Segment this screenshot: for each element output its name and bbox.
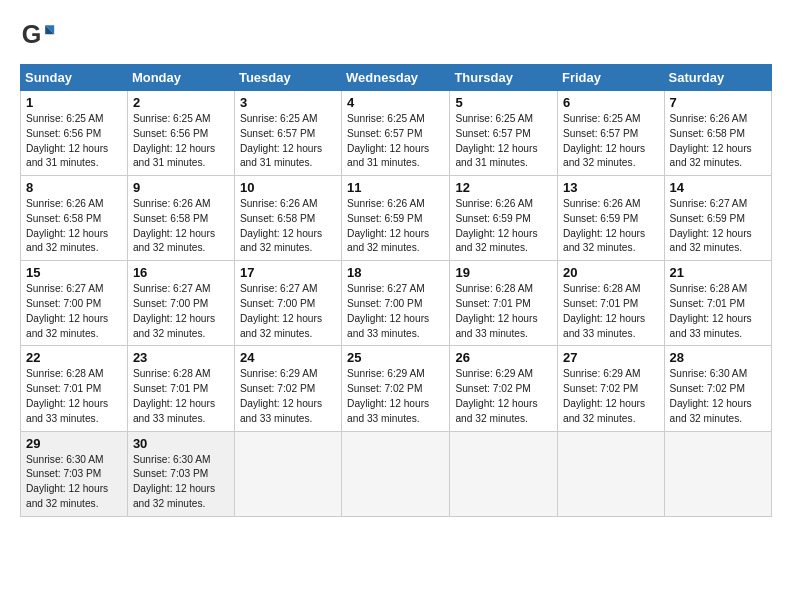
calendar-cell: 27Sunrise: 6:29 AMSunset: 7:02 PMDayligh… bbox=[557, 346, 664, 431]
week-row-3: 15Sunrise: 6:27 AMSunset: 7:00 PMDayligh… bbox=[21, 261, 772, 346]
day-number: 5 bbox=[455, 95, 552, 110]
day-info: Sunrise: 6:26 AMSunset: 6:58 PMDaylight:… bbox=[670, 112, 766, 171]
day-info: Sunrise: 6:25 AMSunset: 6:57 PMDaylight:… bbox=[455, 112, 552, 171]
day-info: Sunrise: 6:27 AMSunset: 6:59 PMDaylight:… bbox=[670, 197, 766, 256]
day-number: 2 bbox=[133, 95, 229, 110]
calendar-cell: 26Sunrise: 6:29 AMSunset: 7:02 PMDayligh… bbox=[450, 346, 558, 431]
col-tuesday: Tuesday bbox=[234, 65, 341, 91]
day-info: Sunrise: 6:26 AMSunset: 6:58 PMDaylight:… bbox=[26, 197, 122, 256]
calendar-cell: 10Sunrise: 6:26 AMSunset: 6:58 PMDayligh… bbox=[234, 176, 341, 261]
calendar-header-row: Sunday Monday Tuesday Wednesday Thursday… bbox=[21, 65, 772, 91]
day-info: Sunrise: 6:30 AMSunset: 7:03 PMDaylight:… bbox=[26, 453, 122, 512]
day-number: 20 bbox=[563, 265, 659, 280]
calendar-cell: 19Sunrise: 6:28 AMSunset: 7:01 PMDayligh… bbox=[450, 261, 558, 346]
calendar: Sunday Monday Tuesday Wednesday Thursday… bbox=[20, 64, 772, 517]
day-info: Sunrise: 6:29 AMSunset: 7:02 PMDaylight:… bbox=[563, 367, 659, 426]
day-info: Sunrise: 6:26 AMSunset: 6:58 PMDaylight:… bbox=[240, 197, 336, 256]
calendar-cell: 4Sunrise: 6:25 AMSunset: 6:57 PMDaylight… bbox=[342, 91, 450, 176]
day-number: 24 bbox=[240, 350, 336, 365]
day-info: Sunrise: 6:29 AMSunset: 7:02 PMDaylight:… bbox=[347, 367, 444, 426]
calendar-cell: 15Sunrise: 6:27 AMSunset: 7:00 PMDayligh… bbox=[21, 261, 128, 346]
week-row-2: 8Sunrise: 6:26 AMSunset: 6:58 PMDaylight… bbox=[21, 176, 772, 261]
calendar-cell: 29Sunrise: 6:30 AMSunset: 7:03 PMDayligh… bbox=[21, 431, 128, 516]
day-info: Sunrise: 6:25 AMSunset: 6:56 PMDaylight:… bbox=[133, 112, 229, 171]
day-number: 16 bbox=[133, 265, 229, 280]
col-monday: Monday bbox=[127, 65, 234, 91]
day-number: 14 bbox=[670, 180, 766, 195]
calendar-cell: 22Sunrise: 6:28 AMSunset: 7:01 PMDayligh… bbox=[21, 346, 128, 431]
day-number: 11 bbox=[347, 180, 444, 195]
header: G bbox=[20, 18, 772, 54]
calendar-cell: 14Sunrise: 6:27 AMSunset: 6:59 PMDayligh… bbox=[664, 176, 771, 261]
col-sunday: Sunday bbox=[21, 65, 128, 91]
day-info: Sunrise: 6:30 AMSunset: 7:03 PMDaylight:… bbox=[133, 453, 229, 512]
day-info: Sunrise: 6:28 AMSunset: 7:01 PMDaylight:… bbox=[133, 367, 229, 426]
day-info: Sunrise: 6:25 AMSunset: 6:57 PMDaylight:… bbox=[563, 112, 659, 171]
day-number: 23 bbox=[133, 350, 229, 365]
day-number: 28 bbox=[670, 350, 766, 365]
col-friday: Friday bbox=[557, 65, 664, 91]
day-info: Sunrise: 6:26 AMSunset: 6:58 PMDaylight:… bbox=[133, 197, 229, 256]
day-number: 19 bbox=[455, 265, 552, 280]
week-row-5: 29Sunrise: 6:30 AMSunset: 7:03 PMDayligh… bbox=[21, 431, 772, 516]
calendar-cell: 11Sunrise: 6:26 AMSunset: 6:59 PMDayligh… bbox=[342, 176, 450, 261]
day-number: 13 bbox=[563, 180, 659, 195]
calendar-cell bbox=[450, 431, 558, 516]
calendar-cell bbox=[342, 431, 450, 516]
day-number: 21 bbox=[670, 265, 766, 280]
calendar-cell: 3Sunrise: 6:25 AMSunset: 6:57 PMDaylight… bbox=[234, 91, 341, 176]
day-info: Sunrise: 6:28 AMSunset: 7:01 PMDaylight:… bbox=[26, 367, 122, 426]
calendar-cell bbox=[557, 431, 664, 516]
day-number: 10 bbox=[240, 180, 336, 195]
calendar-cell bbox=[234, 431, 341, 516]
day-info: Sunrise: 6:27 AMSunset: 7:00 PMDaylight:… bbox=[347, 282, 444, 341]
calendar-cell: 21Sunrise: 6:28 AMSunset: 7:01 PMDayligh… bbox=[664, 261, 771, 346]
day-number: 8 bbox=[26, 180, 122, 195]
day-info: Sunrise: 6:28 AMSunset: 7:01 PMDaylight:… bbox=[670, 282, 766, 341]
calendar-cell: 13Sunrise: 6:26 AMSunset: 6:59 PMDayligh… bbox=[557, 176, 664, 261]
day-number: 9 bbox=[133, 180, 229, 195]
day-info: Sunrise: 6:25 AMSunset: 6:57 PMDaylight:… bbox=[347, 112, 444, 171]
calendar-cell: 28Sunrise: 6:30 AMSunset: 7:02 PMDayligh… bbox=[664, 346, 771, 431]
day-number: 30 bbox=[133, 436, 229, 451]
day-info: Sunrise: 6:29 AMSunset: 7:02 PMDaylight:… bbox=[455, 367, 552, 426]
day-number: 29 bbox=[26, 436, 122, 451]
day-info: Sunrise: 6:30 AMSunset: 7:02 PMDaylight:… bbox=[670, 367, 766, 426]
week-row-1: 1Sunrise: 6:25 AMSunset: 6:56 PMDaylight… bbox=[21, 91, 772, 176]
calendar-cell: 9Sunrise: 6:26 AMSunset: 6:58 PMDaylight… bbox=[127, 176, 234, 261]
day-number: 25 bbox=[347, 350, 444, 365]
calendar-cell: 20Sunrise: 6:28 AMSunset: 7:01 PMDayligh… bbox=[557, 261, 664, 346]
calendar-cell: 2Sunrise: 6:25 AMSunset: 6:56 PMDaylight… bbox=[127, 91, 234, 176]
calendar-cell: 12Sunrise: 6:26 AMSunset: 6:59 PMDayligh… bbox=[450, 176, 558, 261]
day-info: Sunrise: 6:26 AMSunset: 6:59 PMDaylight:… bbox=[347, 197, 444, 256]
day-number: 17 bbox=[240, 265, 336, 280]
day-info: Sunrise: 6:27 AMSunset: 7:00 PMDaylight:… bbox=[240, 282, 336, 341]
col-thursday: Thursday bbox=[450, 65, 558, 91]
day-info: Sunrise: 6:27 AMSunset: 7:00 PMDaylight:… bbox=[133, 282, 229, 341]
day-number: 1 bbox=[26, 95, 122, 110]
day-number: 26 bbox=[455, 350, 552, 365]
day-number: 15 bbox=[26, 265, 122, 280]
day-info: Sunrise: 6:29 AMSunset: 7:02 PMDaylight:… bbox=[240, 367, 336, 426]
day-info: Sunrise: 6:28 AMSunset: 7:01 PMDaylight:… bbox=[455, 282, 552, 341]
col-saturday: Saturday bbox=[664, 65, 771, 91]
logo-icon: G bbox=[20, 18, 56, 54]
calendar-cell: 18Sunrise: 6:27 AMSunset: 7:00 PMDayligh… bbox=[342, 261, 450, 346]
day-number: 27 bbox=[563, 350, 659, 365]
svg-text:G: G bbox=[22, 20, 42, 48]
calendar-cell: 23Sunrise: 6:28 AMSunset: 7:01 PMDayligh… bbox=[127, 346, 234, 431]
day-info: Sunrise: 6:27 AMSunset: 7:00 PMDaylight:… bbox=[26, 282, 122, 341]
col-wednesday: Wednesday bbox=[342, 65, 450, 91]
calendar-cell: 24Sunrise: 6:29 AMSunset: 7:02 PMDayligh… bbox=[234, 346, 341, 431]
calendar-cell bbox=[664, 431, 771, 516]
day-info: Sunrise: 6:26 AMSunset: 6:59 PMDaylight:… bbox=[455, 197, 552, 256]
calendar-cell: 6Sunrise: 6:25 AMSunset: 6:57 PMDaylight… bbox=[557, 91, 664, 176]
page: G Sunday Monday Tuesday Wednesday Thursd… bbox=[0, 0, 792, 612]
day-number: 3 bbox=[240, 95, 336, 110]
day-info: Sunrise: 6:25 AMSunset: 6:57 PMDaylight:… bbox=[240, 112, 336, 171]
week-row-4: 22Sunrise: 6:28 AMSunset: 7:01 PMDayligh… bbox=[21, 346, 772, 431]
logo: G bbox=[20, 18, 60, 54]
day-number: 7 bbox=[670, 95, 766, 110]
calendar-cell: 1Sunrise: 6:25 AMSunset: 6:56 PMDaylight… bbox=[21, 91, 128, 176]
calendar-cell: 8Sunrise: 6:26 AMSunset: 6:58 PMDaylight… bbox=[21, 176, 128, 261]
